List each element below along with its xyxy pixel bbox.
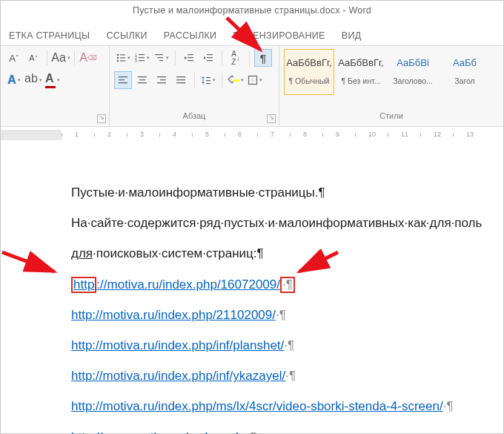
svg-rect-15 xyxy=(188,54,193,55)
borders-button[interactable]: ▾ xyxy=(246,71,264,89)
svg-rect-5 xyxy=(120,60,125,61)
svg-point-2 xyxy=(117,57,119,59)
increase-indent-button[interactable] xyxy=(199,49,217,67)
svg-rect-16 xyxy=(188,57,193,58)
svg-rect-1 xyxy=(120,54,125,55)
svg-rect-35 xyxy=(206,80,210,81)
style-2[interactable]: АаБбВіЗаголово... xyxy=(388,49,438,95)
text-effects-button[interactable]: A▾ xyxy=(5,71,23,89)
doc-paragraph[interactable]: http://www.motiva.ru/xmlrpc.php¶ xyxy=(71,427,503,435)
svg-rect-27 xyxy=(157,76,166,77)
svg-rect-14 xyxy=(159,60,163,61)
svg-rect-13 xyxy=(157,57,163,58)
style-3[interactable]: АаБбЗагол xyxy=(440,49,490,95)
doc-paragraph[interactable]: http://motiva.ru/index.php/inf/ykazayel/… xyxy=(71,366,503,386)
doc-paragraph[interactable]: для·поисковых·систем·страниц:¶ xyxy=(71,243,503,263)
svg-rect-34 xyxy=(206,77,210,78)
group-paragraph: ▾ 123▾ ▾ AZ↓ ¶ ▾ ▾ ▾ xyxy=(110,46,279,126)
svg-rect-31 xyxy=(176,79,185,80)
hyperlink[interactable]: http://www.motiva.ru/xmlrpc.php xyxy=(71,430,250,435)
svg-rect-19 xyxy=(207,57,213,58)
hyperlink[interactable]: http://motiva.ru/index.php/21102009/ xyxy=(71,308,276,322)
svg-rect-9 xyxy=(139,57,145,58)
sort-button[interactable]: AZ↓ xyxy=(227,49,245,67)
numbering-button[interactable]: 123▾ xyxy=(133,49,151,67)
svg-rect-3 xyxy=(120,57,125,58)
svg-rect-29 xyxy=(157,82,166,83)
line-spacing-button[interactable]: ▾ xyxy=(199,71,217,89)
font-dialog-launcher[interactable]: ↘ xyxy=(97,114,106,123)
decrease-indent-button[interactable] xyxy=(180,49,198,67)
svg-rect-21 xyxy=(119,76,127,77)
svg-rect-11 xyxy=(139,60,145,61)
document-body[interactable]: Пустые·и·малоинформативные·страницы.¶ На… xyxy=(1,138,503,433)
paragraph-group-label: Абзац xyxy=(183,111,206,120)
svg-rect-26 xyxy=(138,82,147,83)
svg-rect-36 xyxy=(206,83,210,84)
tab-mailings[interactable]: РАССЫЛКИ xyxy=(156,26,225,45)
ribbon: A˄ A˅ Aa▾ A⌫ A▾ ab▾ A▾ ↘ ▾ 123▾ ▾ xyxy=(1,45,503,127)
doc-paragraph[interactable]: http://motiva.ru/index.php/inf/planshet/… xyxy=(71,335,503,355)
svg-point-4 xyxy=(117,60,119,62)
hyperlink[interactable]: http xyxy=(73,277,94,292)
change-case-button[interactable]: Aa▾ xyxy=(52,49,70,67)
doc-paragraph[interactable]: http://motiva.ru/index.php/ms/lx/4scr/vi… xyxy=(71,396,503,416)
hyperlink[interactable]: http://motiva.ru/index.php/ms/lx/4scr/vi… xyxy=(71,399,443,413)
align-right-button[interactable] xyxy=(153,71,170,89)
tab-page-layout[interactable]: ЕТКА СТРАНИЦЫ xyxy=(1,26,98,45)
svg-rect-30 xyxy=(176,76,185,77)
svg-rect-12 xyxy=(155,54,163,55)
svg-rect-20 xyxy=(207,60,213,61)
group-font-partial: A˄ A˅ Aa▾ A⌫ A▾ ab▾ A▾ ↘ xyxy=(1,46,110,126)
justify-button[interactable] xyxy=(172,71,190,89)
svg-rect-33 xyxy=(203,77,204,83)
svg-rect-22 xyxy=(119,79,125,80)
show-hide-paragraph-button[interactable]: ¶ xyxy=(254,49,272,67)
svg-rect-28 xyxy=(160,79,166,80)
highlight-color-button[interactable]: ab▾ xyxy=(24,71,42,89)
hyperlink[interactable]: http://motiva.ru/index.php/inf/planshet/ xyxy=(71,338,284,352)
ribbon-tabs: ЕТКА СТРАНИЦЫ ССЫЛКИ РАССЫЛКИ РЕЦЕНЗИРОВ… xyxy=(1,24,503,45)
clear-formatting-button[interactable]: A⌫ xyxy=(79,49,97,67)
align-center-button[interactable] xyxy=(133,71,151,89)
tab-view[interactable]: ВИД xyxy=(334,26,370,45)
svg-rect-17 xyxy=(188,60,193,61)
svg-rect-32 xyxy=(176,82,185,83)
doc-paragraph[interactable]: Пустые·и·малоинформативные·страницы.¶ xyxy=(71,183,503,203)
svg-rect-23 xyxy=(119,82,127,83)
svg-rect-7 xyxy=(139,54,145,55)
multilevel-list-button[interactable]: ▾ xyxy=(153,49,170,67)
window-title: Пустые и малоинформативные страницы.docx… xyxy=(1,1,503,24)
svg-rect-25 xyxy=(139,79,145,80)
style-1[interactable]: АаБбВвГг,¶ Без инт... xyxy=(336,49,386,95)
group-styles: АаБбВвГг,¶ ОбычныйАаБбВвГг,¶ Без инт...А… xyxy=(279,46,503,126)
hyperlink[interactable]: http://motiva.ru/index.php/inf/ykazayel/ xyxy=(71,369,285,383)
svg-point-0 xyxy=(117,54,119,56)
svg-rect-24 xyxy=(138,76,147,77)
shrink-font-button[interactable]: A˅ xyxy=(24,49,42,67)
shading-button[interactable]: ▾ xyxy=(227,71,245,89)
tab-references[interactable]: ССЫЛКИ xyxy=(98,26,155,45)
svg-text:3: 3 xyxy=(135,59,137,63)
styles-group-label: Стили xyxy=(379,111,403,120)
font-color-button[interactable]: A▾ xyxy=(44,71,62,89)
svg-rect-18 xyxy=(207,54,213,55)
tab-review[interactable]: РЕЦЕНЗИРОВАНИЕ xyxy=(225,26,333,45)
hyperlink[interactable]: ://motiva.ru/index.php/16072009/ xyxy=(96,277,280,292)
grow-font-button[interactable]: A˄ xyxy=(5,49,23,67)
doc-paragraph[interactable]: http://motiva.ru/index.php/16072009/·¶ xyxy=(71,274,503,295)
doc-paragraph[interactable]: http://motiva.ru/index.php/21102009/·¶ xyxy=(71,305,503,325)
style-0[interactable]: АаБбВвГг,¶ Обычный xyxy=(284,49,334,95)
bullets-button[interactable]: ▾ xyxy=(114,49,132,67)
paragraph-dialog-launcher[interactable]: ↘ xyxy=(267,114,276,123)
align-left-button[interactable] xyxy=(114,71,132,89)
doc-paragraph[interactable]: На·сайте·содержится·ряд·пустых·и·малоинф… xyxy=(71,213,503,233)
